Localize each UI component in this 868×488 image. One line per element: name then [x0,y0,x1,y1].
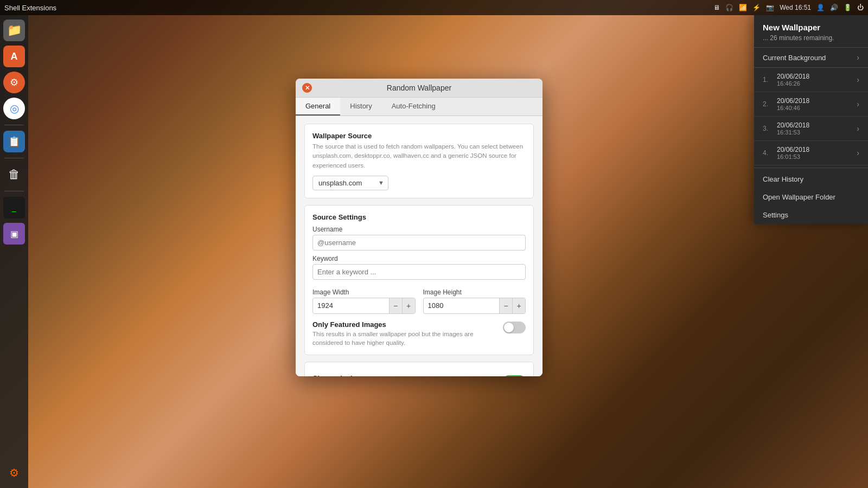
random-wallpaper-dialog: ✕ Random Wallpaper General History Auto-… [296,79,542,376]
wallpaper-source-title: Wallpaper Source [312,132,526,140]
dock-separator-1 [4,125,24,125]
image-height-label: Image Height [423,288,526,296]
bluetooth-icon[interactable]: ⚡ [752,4,761,11]
topbar-left: Shell Extensions [4,4,56,12]
tab-auto-fetching[interactable]: Auto-Fetching [382,98,445,115]
keyword-label: Keyword [312,255,526,262]
current-background-chevron: › [857,53,859,62]
sidebar-item-folder[interactable]: 📋 [3,131,25,152]
featured-images-desc: This results in a smaller wallpaper pool… [312,330,496,347]
featured-images-toggle[interactable] [503,322,526,333]
panel-divider [754,168,868,168]
history-chevron-2: › [857,100,859,108]
open-wallpaper-folder-action[interactable]: Open Wallpaper Folder [754,188,868,206]
power-icon[interactable]: ⏻ [857,4,864,11]
screenshot-icon[interactable]: 📷 [766,4,774,11]
history-chevron-3: › [857,124,859,133]
source-settings-section: Source Settings Username Keyword Image W… [304,205,534,355]
tab-general[interactable]: General [296,98,340,115]
history-date-1: 20/06/2018 16:46:26 [777,73,857,87]
image-width-group: Image Width 1924 − + [312,284,416,314]
history-chevron-4: › [857,149,859,157]
wallpaper-source-desc: The source that is used to fetch random … [312,142,526,170]
monitor-icon[interactable]: 🖥 [713,4,720,11]
image-height-decrement[interactable]: − [499,298,512,313]
dialog-body: Wallpaper Source The source that is used… [296,116,542,376]
user-icon[interactable]: 👤 [816,4,825,11]
username-input[interactable] [312,235,526,251]
history-date-4: 20/06/2018 16:01:53 [777,146,857,160]
current-background-item[interactable]: Current Background › [754,48,868,68]
history-date-2: 20/06/2018 16:40:46 [777,97,857,111]
wifi-icon[interactable]: 📶 [739,4,747,11]
username-label: Username [312,226,526,233]
dock-separator-3 [4,191,24,191]
sidebar-item-settings[interactable]: ⚙ [3,72,25,93]
topbar-right: 🖥 🎧 📶 ⚡ 📷 Wed 16:51 👤 🔊 🔋 ⏻ [713,4,864,11]
dialog-title: Random Wallpaper [312,84,526,92]
history-list: 1. 20/06/2018 16:46:26 › 2. 20/06/2018 1… [754,68,868,165]
shell-extensions-label: Shell Extensions [4,4,56,12]
settings-action[interactable]: Settings [754,206,868,224]
image-height-increment[interactable]: + [512,298,525,313]
sidebar-item-software[interactable]: A [3,46,25,67]
image-height-value: 1080 [424,299,500,312]
history-num-2: 2. [763,100,771,108]
featured-images-label: Only Featured Images [312,320,496,329]
keyword-input[interactable] [312,264,526,280]
featured-images-toggle-knob [504,323,514,332]
sidebar-item-trash[interactable]: 🗑 [3,164,25,185]
history-num-1: 1. [763,76,771,84]
lock-screen-label: Change lock screen [312,374,496,376]
dialog-tabs: General History Auto-Fetching [296,98,542,116]
history-chevron-1: › [857,75,859,84]
lock-screen-row: Change lock screen Also change the gnome… [312,374,526,376]
source-dropdown-wrapper: unsplash.com desktoppr.co wallhaven.cc J… [312,176,388,190]
history-item-1[interactable]: 1. 20/06/2018 16:46:26 › [754,68,868,92]
clear-history-action[interactable]: Clear History [754,170,868,188]
image-width-input-wrapper: 1924 − + [312,298,416,314]
battery-icon[interactable]: 🔋 [844,4,852,11]
image-width-decrement[interactable]: − [389,298,402,313]
new-wallpaper-section: New Wallpaper ... 26 minutes remaining. [754,15,868,48]
sidebar: 📁 A ⚙ ◎ 📋 🗑 _ ▣ ⚙ [0,15,28,488]
lock-screen-text: Change lock screen Also change the gnome… [312,374,503,376]
image-width-value: 1924 [313,299,389,312]
volume-icon[interactable]: 🔊 [830,4,838,11]
sidebar-item-purple[interactable]: ▣ [3,223,25,245]
tab-history[interactable]: History [340,98,381,115]
dimensions-row: Image Width 1924 − + Image Height 1080 −… [312,284,526,314]
history-item-4[interactable]: 4. 20/06/2018 16:01:53 › [754,141,868,165]
history-item-2[interactable]: 2. 20/06/2018 16:40:46 › [754,92,868,117]
headphone-icon[interactable]: 🎧 [725,4,733,11]
history-item-3[interactable]: 3. 20/06/2018 16:31:53 › [754,117,868,141]
featured-images-row: Only Featured Images This results in a s… [312,320,526,347]
featured-images-text: Only Featured Images This results in a s… [312,320,503,347]
wallpaper-source-section: Wallpaper Source The source that is used… [304,124,534,198]
image-width-increment[interactable]: + [402,298,415,313]
dock-separator-2 [4,158,24,158]
close-button[interactable]: ✕ [302,83,312,93]
source-settings-title: Source Settings [312,213,526,221]
sidebar-item-gnome[interactable]: ⚙ [3,462,25,484]
lock-screen-toggle[interactable] [503,375,526,376]
history-date-3: 20/06/2018 16:31:53 [777,121,857,136]
dialog-titlebar: ✕ Random Wallpaper [296,79,542,98]
history-num-3: 3. [763,125,771,132]
new-wallpaper-subtitle: ... 26 minutes remaining. [763,34,859,42]
lock-screen-section: Change lock screen Also change the gnome… [304,362,534,376]
new-wallpaper-title: New Wallpaper [763,23,859,32]
image-height-input-wrapper: 1080 − + [423,298,526,314]
current-background-label: Current Background [763,54,826,62]
image-width-label: Image Width [312,288,416,296]
right-panel: New Wallpaper ... 26 minutes remaining. … [754,15,868,224]
image-height-group: Image Height 1080 − + [423,284,526,314]
source-dropdown[interactable]: unsplash.com desktoppr.co wallhaven.cc J… [312,176,388,190]
sidebar-item-files[interactable]: 📁 [3,20,25,41]
datetime-label: Wed 16:51 [780,4,811,11]
sidebar-item-terminal[interactable]: _ [3,197,25,219]
topbar: Shell Extensions 🖥 🎧 📶 ⚡ 📷 Wed 16:51 👤 🔊… [0,0,868,15]
history-num-4: 4. [763,149,771,157]
sidebar-item-chrome[interactable]: ◎ [3,98,25,119]
